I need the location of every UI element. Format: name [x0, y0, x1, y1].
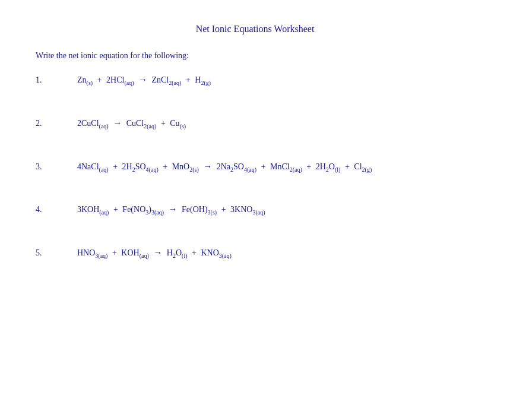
equation-row-5: 5. HNO3(aq) + KOH(aq) → H2O(l) + KNO3(aq… — [36, 247, 474, 260]
eq-number-4: 4. — [36, 205, 53, 214]
page-title: Net Ionic Equations Worksheet — [36, 24, 474, 34]
equation-row-3: 3. 4NaCl(aq) + 2H2SO4(aq) + MnO2(s) → 2N… — [36, 160, 474, 174]
instructions-text: Write the net ionic equation for the fol… — [36, 51, 474, 61]
worksheet-page: Net Ionic Equations Worksheet Write the … — [36, 24, 474, 260]
eq-content-1: Zn(s) + 2HCl(aq) → ZnCl2(aq) + H2(g) — [77, 74, 211, 87]
eq-number-5: 5. — [36, 248, 53, 258]
eq-content-5: HNO3(aq) + KOH(aq) → H2O(l) + KNO3(aq) — [77, 247, 232, 260]
eq-content-3: 4NaCl(aq) + 2H2SO4(aq) + MnO2(s) → 2Na2S… — [77, 160, 372, 174]
eq-content-2: 2CuCl(aq) → CuCl2(aq) + Cu(s) — [77, 117, 186, 131]
eq-number-3: 3. — [36, 162, 53, 172]
eq-number-1: 1. — [36, 75, 53, 85]
equation-row-1: 1. Zn(s) + 2HCl(aq) → ZnCl2(aq) + H2(g) — [36, 74, 474, 87]
eq-content-4: 3KOH(aq) + Fe(NO3)3(aq) → Fe(OH)3(s) + 3… — [77, 203, 265, 217]
eq-number-2: 2. — [36, 119, 53, 128]
equation-row-4: 4. 3KOH(aq) + Fe(NO3)3(aq) → Fe(OH)3(s) … — [36, 203, 474, 217]
equation-row-2: 2. 2CuCl(aq) → CuCl2(aq) + Cu(s) — [36, 117, 474, 131]
